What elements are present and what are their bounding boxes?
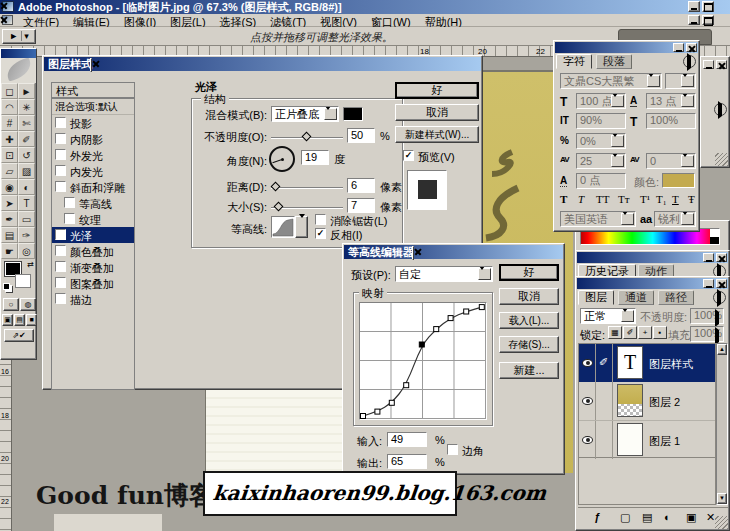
underline-button[interactable]: T [672,193,679,205]
character-titlebar[interactable] [555,42,698,53]
chevron-down-icon[interactable] [681,95,694,107]
style-item-inner-shadow[interactable]: 内阴影 [52,131,134,147]
opacity-field[interactable]: 100% [690,308,724,324]
input-field[interactable]: 49 [387,432,427,447]
close-icon[interactable] [716,279,727,288]
lock-all-icon[interactable]: ▪ [653,326,667,339]
layers-titlebar[interactable] [577,278,728,289]
all-caps-button[interactable]: TT [596,193,609,205]
resize-grip[interactable] [715,153,728,166]
checkbox[interactable] [55,181,66,192]
contour-editor-titlebar[interactable]: 等高线编辑器 [344,245,563,259]
style-item-pattern-overlay[interactable]: 图案叠加 [52,275,134,291]
spinner-icon[interactable] [715,330,722,343]
style-item-texture[interactable]: 纹理 [52,211,134,227]
minimize-icon[interactable] [703,60,714,69]
blend-mode-select[interactable]: 正片叠底 [271,106,339,122]
text-color-swatch[interactable] [662,173,695,188]
add-layer-style-icon[interactable]: ƒ [594,511,600,523]
crop-tool[interactable]: # [1,115,18,131]
tab-layers[interactable]: 图层 [578,290,614,305]
spinner-icon[interactable] [715,312,722,325]
style-item-contour[interactable]: 等高线 [52,195,134,211]
layer-style-titlebar[interactable]: 图层样式 [44,57,481,71]
new-style-button[interactable]: 新建样式(W)... [395,126,479,143]
hand-tool[interactable]: ☛ [1,243,18,259]
ok-button[interactable]: 好 [499,264,559,281]
minimize-icon[interactable] [703,253,714,262]
ok-button[interactable]: 好 [395,82,479,99]
visibility-eye-icon[interactable] [582,436,593,444]
opacity-field[interactable]: 50 [347,128,375,143]
path-select-tool[interactable]: ➤ [1,195,18,211]
checkbox[interactable] [55,261,66,272]
tracking-select[interactable]: 0 [646,153,696,169]
blending-options-item[interactable]: 混合选项:默认 [52,99,134,115]
size-field[interactable]: 7 [347,198,375,213]
close-icon[interactable] [412,246,414,260]
chevron-down-icon[interactable] [611,155,624,167]
proportional-spacing-select[interactable]: 0% [576,133,626,149]
checkbox[interactable] [64,213,75,224]
fill-field[interactable]: 100% [690,326,724,342]
style-item-drop-shadow[interactable]: 投影 [52,115,134,131]
angle-dial[interactable] [269,146,295,172]
new-button[interactable]: 新建... [499,362,559,379]
cancel-button[interactable]: 取消 [499,288,559,305]
new-layer-icon[interactable]: ▣ [686,511,696,524]
scroll-up-icon[interactable]: ▲ [717,344,727,355]
zoom-tool[interactable]: ◎ [18,243,35,259]
style-item-stroke[interactable]: 描边 [52,291,134,307]
chevron-down-icon[interactable] [324,108,337,120]
lock-position-icon[interactable]: + [638,326,652,339]
scroll-down-icon[interactable]: ▼ [717,493,727,504]
shape-tool[interactable]: ▭ [18,211,35,227]
style-item-color-overlay[interactable]: 颜色叠加 [52,243,134,259]
style-item-satin[interactable]: ✓光泽 [52,227,134,243]
clone-stamp-tool[interactable]: ⊡ [1,147,18,163]
layer-row-text[interactable]: ✐ T 图层样式 [579,344,715,382]
move-tool[interactable]: ► [18,83,35,99]
tab-channels[interactable]: 通道 [618,290,654,305]
style-item-inner-glow[interactable]: 内发光 [52,163,134,179]
checkbox[interactable] [55,117,66,128]
chevron-down-icon[interactable] [621,213,634,225]
minimize-icon[interactable] [673,43,684,52]
chevron-down-icon[interactable] [681,75,694,87]
pen-tool[interactable]: ✒ [1,211,18,227]
eraser-tool[interactable]: ▱ [1,163,18,179]
visibility-eye-icon[interactable] [582,397,593,405]
layer-thumbnail[interactable] [617,423,643,456]
type-tool[interactable]: T [18,195,35,211]
layer-row-1[interactable]: 图层 1 [579,420,715,458]
faux-bold-button[interactable]: T [560,193,567,205]
language-select[interactable]: 美国英语 [560,211,636,227]
dodge-tool[interactable]: ◐ [18,179,35,195]
faux-italic-button[interactable]: T [578,193,584,205]
resize-grip[interactable] [715,516,728,529]
preview-checkbox[interactable]: ✓ [403,150,414,161]
distance-field[interactable]: 6 [347,178,375,193]
checkbox[interactable] [55,165,66,176]
close-icon[interactable] [716,253,727,262]
style-item-outer-glow[interactable]: 外发光 [52,147,134,163]
lasso-tool[interactable]: ◠ [1,99,18,115]
layer-row-2[interactable]: 图层 2 [579,382,715,420]
distance-slider[interactable] [271,187,343,189]
tab-paths[interactable]: 路径 [658,290,694,305]
contour-picker-arrow[interactable] [295,216,308,238]
chevron-down-icon[interactable] [681,213,694,225]
leading-select[interactable]: 13 点 [646,93,696,109]
satin-color-swatch[interactable] [343,107,363,121]
save-button[interactable]: 存储(S)... [499,336,559,353]
gradient-tool[interactable]: ▨ [18,163,35,179]
ramp-black-swatch[interactable] [710,237,719,244]
notes-tool[interactable]: ▤ [1,227,18,243]
magic-wand-tool[interactable]: ✳ [18,99,35,115]
lock-transparency-icon[interactable]: ▦ [608,326,622,339]
history-brush-tool[interactable]: ↺ [18,147,35,163]
lock-pixels-icon[interactable]: ✐ [623,326,637,339]
blur-tool[interactable]: ◉ [1,179,18,195]
delete-layer-icon[interactable]: ✕ [706,511,715,524]
standard-mode-button[interactable]: ○ [3,298,19,311]
